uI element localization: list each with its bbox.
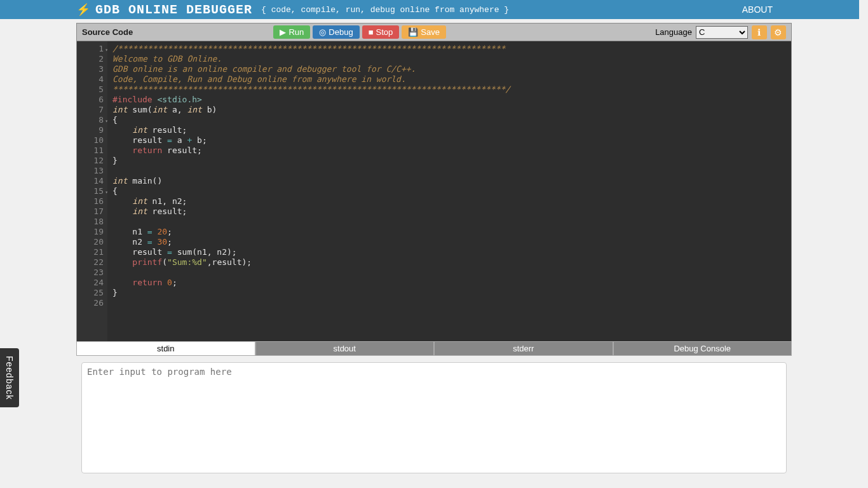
code-line[interactable]: result = sum(n1, n2);	[112, 247, 510, 257]
line-number: 24	[77, 278, 104, 288]
line-number: 12	[77, 156, 104, 166]
line-number: 11	[77, 146, 104, 156]
settings-button[interactable]: ⚙	[771, 25, 786, 39]
line-number: 6	[77, 95, 104, 105]
line-number: 15▾	[77, 186, 104, 196]
line-number: 23	[77, 268, 104, 278]
fold-icon[interactable]: ▾	[105, 45, 108, 55]
stop-label: Stop	[376, 27, 393, 37]
line-number: 3	[77, 64, 104, 74]
run-label: Run	[288, 27, 304, 37]
code-line[interactable]: /***************************************…	[112, 44, 510, 54]
language-select[interactable]: C	[696, 26, 748, 39]
line-number: 9	[77, 125, 104, 135]
code-line[interactable]: }	[112, 156, 510, 166]
info-button[interactable]: ℹ	[752, 25, 767, 39]
line-number: 4	[77, 74, 104, 85]
save-icon: 💾	[408, 27, 418, 37]
code-line[interactable]: Code, Compile, Run and Debug online from…	[112, 74, 510, 85]
line-number: 10	[77, 135, 104, 146]
line-number: 1▾	[77, 44, 104, 54]
language-label: Language	[655, 27, 692, 37]
source-code-label: Source Code	[82, 27, 133, 37]
line-number: 18	[77, 217, 104, 227]
line-number: 7	[77, 105, 104, 115]
code-line[interactable]: n2 = 30;	[112, 237, 510, 247]
line-number: 13	[77, 166, 104, 176]
line-number: 20	[77, 237, 104, 247]
code-line[interactable]: return 0;	[112, 278, 510, 288]
code-line[interactable]: #include <stdio.h>	[112, 95, 510, 105]
logo[interactable]: ⚡ GDB ONLINE DEBUGGER	[76, 3, 252, 17]
code-line[interactable]: {	[112, 115, 510, 125]
line-number: 14	[77, 176, 104, 186]
line-number: 17	[77, 207, 104, 217]
code-editor[interactable]: 1▾2345678▾9101112131415▾1617181920212223…	[76, 41, 792, 342]
code-area[interactable]: /***************************************…	[107, 41, 510, 341]
line-number: 21	[77, 247, 104, 257]
fold-icon[interactable]: ▾	[105, 187, 108, 198]
page-scrollbar[interactable]	[859, 0, 868, 488]
code-line[interactable]: ****************************************…	[112, 85, 510, 95]
code-line[interactable]: int sum(int a, int b)	[112, 105, 510, 115]
tab-debug-console[interactable]: Debug Console	[613, 341, 792, 356]
stop-icon: ■	[369, 27, 374, 37]
line-number: 5	[77, 85, 104, 95]
bolt-icon: ⚡	[76, 3, 90, 17]
code-line[interactable]: Welcome to GDB Online.	[112, 54, 510, 64]
about-link[interactable]: ABOUT	[742, 4, 773, 15]
toolbar: Source Code ▶ Run ◎ Debug ■ Stop 💾 Save …	[76, 23, 792, 41]
code-line[interactable]: int main()	[112, 176, 510, 186]
code-line[interactable]: }	[112, 288, 510, 298]
code-line[interactable]	[112, 166, 510, 176]
line-number: 2	[77, 54, 104, 64]
line-number: 8▾	[77, 115, 104, 125]
logo-text: GDB ONLINE DEBUGGER	[95, 3, 252, 17]
bottom-tabs: stdin stdout stderr Debug Console	[76, 341, 792, 356]
stdin-input[interactable]	[81, 362, 787, 473]
fold-icon[interactable]: ▾	[105, 116, 108, 126]
code-line[interactable]: int result;	[112, 207, 510, 217]
code-line[interactable]: int result;	[112, 125, 510, 135]
debug-button[interactable]: ◎ Debug	[313, 25, 359, 39]
code-line[interactable]: {	[112, 186, 510, 196]
stop-button[interactable]: ■ Stop	[362, 25, 400, 39]
tab-stdin[interactable]: stdin	[76, 341, 255, 356]
line-number: 25	[77, 288, 104, 298]
save-label: Save	[421, 27, 440, 37]
tagline: { code, compile, run, debug online from …	[261, 5, 509, 15]
gear-icon: ⚙	[774, 27, 782, 37]
info-icon: ℹ	[757, 27, 761, 37]
code-line[interactable]	[112, 268, 510, 278]
line-number: 22	[77, 257, 104, 268]
save-button[interactable]: 💾 Save	[402, 25, 446, 39]
code-line[interactable]: n1 = 20;	[112, 227, 510, 237]
code-line[interactable]	[112, 217, 510, 227]
tab-stdout[interactable]: stdout	[255, 341, 435, 356]
play-icon: ▶	[280, 27, 286, 37]
code-line[interactable]: return result;	[112, 146, 510, 156]
code-line[interactable]: result = a + b;	[112, 135, 510, 146]
run-button[interactable]: ▶ Run	[273, 25, 310, 39]
line-number: 16	[77, 196, 104, 207]
line-number-gutter: 1▾2345678▾9101112131415▾1617181920212223…	[77, 41, 107, 341]
code-line[interactable]: int n1, n2;	[112, 196, 510, 207]
code-line[interactable]: printf("Sum:%d",result);	[112, 257, 510, 268]
page-header: ⚡ GDB ONLINE DEBUGGER { code, compile, r…	[0, 0, 868, 19]
feedback-tab[interactable]: Feedback	[0, 348, 19, 407]
code-line[interactable]: GDB online is an online compiler and deb…	[112, 64, 510, 74]
line-number: 26	[77, 298, 104, 308]
line-number: 19	[77, 227, 104, 237]
code-line[interactable]	[112, 298, 510, 308]
tab-stderr[interactable]: stderr	[434, 341, 613, 356]
debug-label: Debug	[329, 27, 353, 37]
target-icon: ◎	[319, 27, 326, 37]
